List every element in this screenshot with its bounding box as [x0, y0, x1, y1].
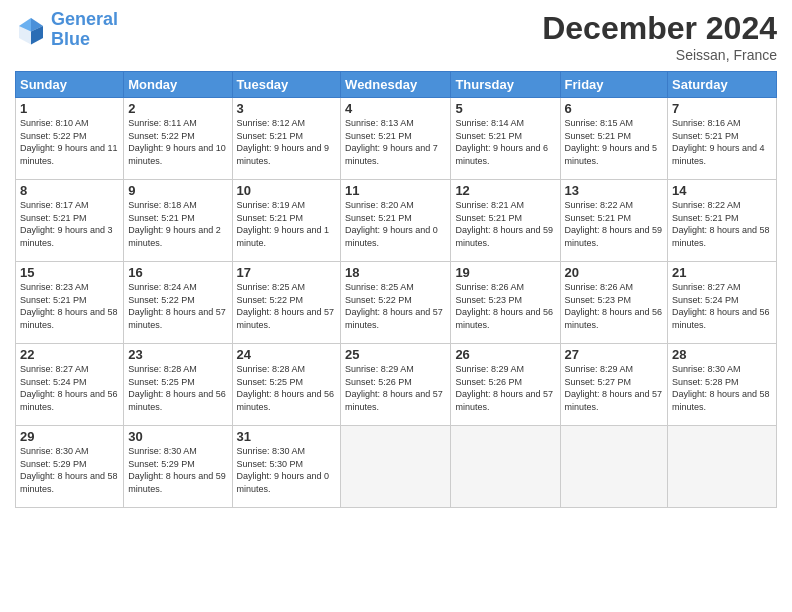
day-11: 11 Sunrise: 8:20 AMSunset: 5:21 PMDaylig… — [341, 180, 451, 262]
page-container: General Blue December 2024 Seissan, Fran… — [0, 0, 792, 612]
day-15: 15 Sunrise: 8:23 AMSunset: 5:21 PMDaylig… — [16, 262, 124, 344]
day-22: 22 Sunrise: 8:27 AMSunset: 5:24 PMDaylig… — [16, 344, 124, 426]
header-sunday: Sunday — [16, 72, 124, 98]
header-monday: Monday — [124, 72, 232, 98]
day-19: 19 Sunrise: 8:26 AMSunset: 5:23 PMDaylig… — [451, 262, 560, 344]
day-30: 30 Sunrise: 8:30 AMSunset: 5:29 PMDaylig… — [124, 426, 232, 508]
day-4: 4 Sunrise: 8:13 AMSunset: 5:21 PMDayligh… — [341, 98, 451, 180]
day-9: 9 Sunrise: 8:18 AMSunset: 5:21 PMDayligh… — [124, 180, 232, 262]
day-27: 27 Sunrise: 8:29 AMSunset: 5:27 PMDaylig… — [560, 344, 668, 426]
logo-icon — [15, 14, 47, 46]
day-29: 29 Sunrise: 8:30 AMSunset: 5:29 PMDaylig… — [16, 426, 124, 508]
day-2: 2 Sunrise: 8:11 AMSunset: 5:22 PMDayligh… — [124, 98, 232, 180]
week-5: 29 Sunrise: 8:30 AMSunset: 5:29 PMDaylig… — [16, 426, 777, 508]
empty-cell-2 — [451, 426, 560, 508]
day-10: 10 Sunrise: 8:19 AMSunset: 5:21 PMDaylig… — [232, 180, 341, 262]
week-3: 15 Sunrise: 8:23 AMSunset: 5:21 PMDaylig… — [16, 262, 777, 344]
month-title: December 2024 — [542, 10, 777, 47]
page-header: General Blue December 2024 Seissan, Fran… — [15, 10, 777, 63]
logo-blue: Blue — [51, 29, 90, 49]
day-16: 16 Sunrise: 8:24 AMSunset: 5:22 PMDaylig… — [124, 262, 232, 344]
logo: General Blue — [15, 10, 118, 50]
header-friday: Friday — [560, 72, 668, 98]
day-24: 24 Sunrise: 8:28 AMSunset: 5:25 PMDaylig… — [232, 344, 341, 426]
day-23: 23 Sunrise: 8:28 AMSunset: 5:25 PMDaylig… — [124, 344, 232, 426]
empty-cell-3 — [560, 426, 668, 508]
day-28: 28 Sunrise: 8:30 AMSunset: 5:28 PMDaylig… — [668, 344, 777, 426]
week-4: 22 Sunrise: 8:27 AMSunset: 5:24 PMDaylig… — [16, 344, 777, 426]
empty-cell-1 — [341, 426, 451, 508]
day-7: 7 Sunrise: 8:16 AMSunset: 5:21 PMDayligh… — [668, 98, 777, 180]
calendar-table: Sunday Monday Tuesday Wednesday Thursday… — [15, 71, 777, 508]
day-5: 5 Sunrise: 8:14 AMSunset: 5:21 PMDayligh… — [451, 98, 560, 180]
day-20: 20 Sunrise: 8:26 AMSunset: 5:23 PMDaylig… — [560, 262, 668, 344]
location: Seissan, France — [542, 47, 777, 63]
header-thursday: Thursday — [451, 72, 560, 98]
day-25: 25 Sunrise: 8:29 AMSunset: 5:26 PMDaylig… — [341, 344, 451, 426]
header-tuesday: Tuesday — [232, 72, 341, 98]
logo-general: General — [51, 9, 118, 29]
day-1: 1 Sunrise: 8:10 AMSunset: 5:22 PMDayligh… — [16, 98, 124, 180]
day-3: 3 Sunrise: 8:12 AMSunset: 5:21 PMDayligh… — [232, 98, 341, 180]
day-13: 13 Sunrise: 8:22 AMSunset: 5:21 PMDaylig… — [560, 180, 668, 262]
day-12: 12 Sunrise: 8:21 AMSunset: 5:21 PMDaylig… — [451, 180, 560, 262]
header-saturday: Saturday — [668, 72, 777, 98]
day-21: 21 Sunrise: 8:27 AMSunset: 5:24 PMDaylig… — [668, 262, 777, 344]
day-17: 17 Sunrise: 8:25 AMSunset: 5:22 PMDaylig… — [232, 262, 341, 344]
title-block: December 2024 Seissan, France — [542, 10, 777, 63]
day-26: 26 Sunrise: 8:29 AMSunset: 5:26 PMDaylig… — [451, 344, 560, 426]
day-18: 18 Sunrise: 8:25 AMSunset: 5:22 PMDaylig… — [341, 262, 451, 344]
weekday-header-row: Sunday Monday Tuesday Wednesday Thursday… — [16, 72, 777, 98]
empty-cell-4 — [668, 426, 777, 508]
week-1: 1 Sunrise: 8:10 AMSunset: 5:22 PMDayligh… — [16, 98, 777, 180]
day-31: 31 Sunrise: 8:30 AMSunset: 5:30 PMDaylig… — [232, 426, 341, 508]
header-wednesday: Wednesday — [341, 72, 451, 98]
logo-text: General Blue — [51, 10, 118, 50]
day-6: 6 Sunrise: 8:15 AMSunset: 5:21 PMDayligh… — [560, 98, 668, 180]
day-14: 14 Sunrise: 8:22 AMSunset: 5:21 PMDaylig… — [668, 180, 777, 262]
day-8: 8 Sunrise: 8:17 AMSunset: 5:21 PMDayligh… — [16, 180, 124, 262]
week-2: 8 Sunrise: 8:17 AMSunset: 5:21 PMDayligh… — [16, 180, 777, 262]
